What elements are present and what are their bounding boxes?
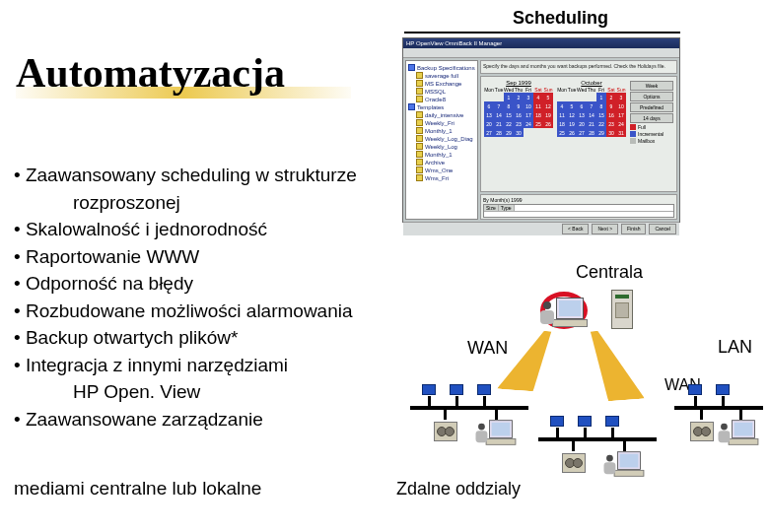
calendar-day: 28 (494, 128, 504, 137)
calendar-day: 9 (606, 101, 616, 110)
folder-icon (416, 135, 423, 142)
options-button: Options (630, 92, 673, 101)
workstation-icon (552, 298, 588, 327)
calendar-day: 16 (514, 110, 524, 119)
bullet: • Zaawansowane zarządzanie (14, 406, 418, 433)
tree-item: MSSQL (408, 88, 475, 95)
calendar-day: 12 (543, 101, 553, 110)
folder-icon (416, 151, 423, 158)
calendar-day (543, 128, 553, 137)
pc-row-icon (422, 384, 491, 395)
tree-item: Templates (408, 103, 475, 110)
calendar-day: 12 (567, 110, 577, 119)
calendar-day: 20 (484, 119, 494, 128)
bullet: • Odporność na błędy (14, 270, 418, 298)
bullet-list: • Zaawansowany scheduling w strukturze r… (14, 162, 418, 432)
wan-link-icon (576, 330, 645, 401)
bottom-line-text: mediami centralne lub lokalne (14, 478, 261, 499)
tree-item-label: Weekly_Log_Diag (425, 136, 473, 142)
tree-item-label: Wms_Fri (425, 175, 449, 181)
tree-item: daily_intensive (408, 111, 475, 118)
tree-item: MS Exchange (408, 80, 475, 87)
calendar-day: 27 (484, 128, 494, 137)
app-footer: < Back Next > Finish Cancel (403, 222, 679, 235)
calendar-day (494, 93, 504, 101)
folder-icon (408, 103, 415, 110)
calendar-day: 6 (577, 101, 587, 110)
calendar-day: 7 (587, 101, 596, 110)
folder-icon (416, 127, 423, 134)
bullet-continuation: rozproszonej (14, 189, 418, 217)
calendar-day (587, 93, 596, 101)
folder-icon (416, 119, 423, 126)
bullet-continuation: HP Open. View (14, 378, 418, 406)
calendar-day: 29 (596, 128, 606, 137)
net-drop-icon (455, 396, 458, 406)
net-drop-icon (584, 428, 587, 437)
calendar-day: 1 (504, 93, 514, 101)
net-drop-icon (722, 396, 725, 406)
calendar-day: 22 (504, 119, 514, 128)
calendar-day: 31 (616, 128, 626, 137)
tree-item-label: daily_intensive (425, 112, 463, 118)
calendar-day: 21 (494, 119, 504, 128)
calendar-day: 8 (504, 101, 514, 110)
calendar-day: 26 (567, 128, 577, 137)
label-centrala: Centrala (576, 262, 643, 283)
folder-icon (416, 111, 423, 118)
folder-icon (416, 88, 423, 95)
calendar-day: 11 (533, 101, 543, 110)
folder-icon (416, 159, 423, 166)
calendar-day (557, 93, 567, 101)
calendar-day: 7 (494, 101, 504, 110)
bullet: • Rozbudowane możliwości alarmowania (14, 298, 418, 325)
calendar-day: 13 (484, 110, 494, 119)
tree-item-label: MS Exchange (425, 81, 461, 87)
bullet: • Raportowanie WWW (14, 243, 418, 271)
tree-item-label: Weekly_Log (425, 144, 457, 150)
calendar-day: 2 (514, 93, 524, 101)
finish-button: Finish (621, 224, 646, 234)
net-drop-icon (495, 406, 498, 420)
calendar-day (484, 93, 494, 101)
net-drop-icon (694, 396, 697, 406)
app-hint-text: Specify the days and months you want bac… (480, 60, 677, 74)
calendar-day: 15 (504, 110, 514, 119)
predefined-button: Predefined (630, 102, 673, 112)
folder-icon (416, 96, 423, 102)
header-scheduling-label: Scheduling (513, 8, 608, 29)
workstation-icon (729, 420, 759, 445)
calendar-day: 18 (557, 119, 567, 128)
slide-title: Automatyzacja (16, 49, 285, 97)
calendar-day: 10 (524, 101, 533, 110)
calendar-day: 10 (616, 101, 626, 110)
calendar-day: 29 (504, 128, 514, 137)
tree-item-label: Weekly_Fri (425, 120, 454, 126)
calendar-day: 13 (577, 110, 587, 119)
tree-item-label: Backup Specifications (417, 65, 475, 71)
workstation-icon (614, 451, 645, 477)
calendar-day: 3 (524, 93, 533, 101)
tree-item-label: Oracle8 (425, 97, 446, 102)
calendar-day (524, 128, 533, 137)
tree-item-label: MSSQL (425, 89, 446, 95)
calendar-day: 30 (514, 128, 524, 137)
legend-incr: Incremental (638, 131, 664, 137)
net-drop-icon (483, 396, 486, 406)
by-months-label: By Month(s) 1999 (483, 197, 522, 203)
calendar-day: 19 (567, 119, 577, 128)
next-button: Next > (592, 224, 618, 234)
calendar-month-1-title: Sep 1999 (484, 80, 553, 86)
tree-item: Wms_One (408, 166, 475, 173)
net-drop-icon (611, 428, 614, 437)
tree-item: Oracle8 (408, 96, 475, 102)
folder-icon (416, 166, 423, 173)
calendar-day: 17 (616, 110, 626, 119)
tape-drive-icon (690, 422, 714, 441)
tree-item: Monthly_1 (408, 127, 475, 134)
calendar-day: 18 (533, 110, 543, 119)
calendar-month-1: Sep 1999 MonTueWedThuFriSatSun 123456789… (484, 80, 553, 188)
calendar-day: 15 (596, 110, 606, 119)
list-header-type: Type (499, 205, 515, 211)
legend-none: Mailbox (638, 138, 655, 144)
